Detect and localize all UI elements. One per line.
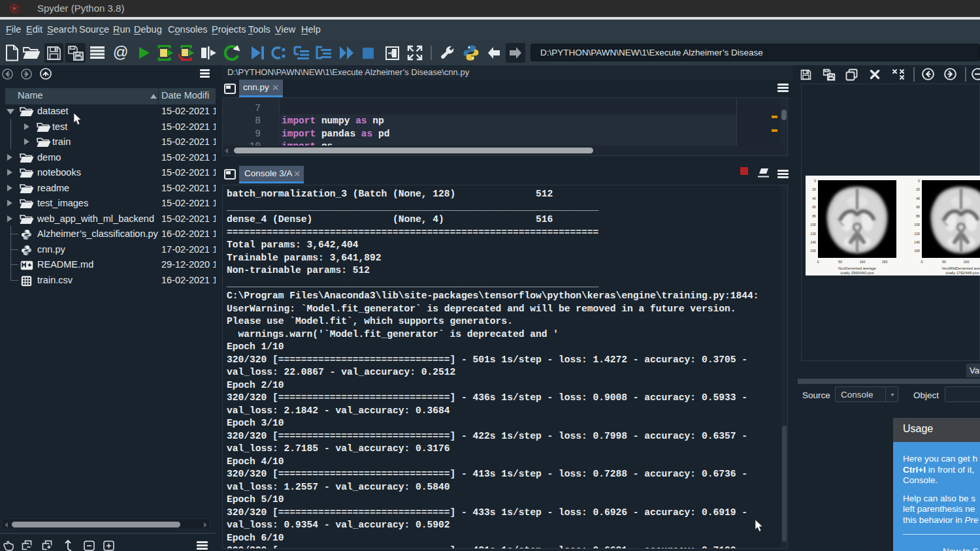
svg-text:20: 20 — [812, 187, 816, 191]
svg-text:150: 150 — [882, 260, 888, 264]
svg-text:totally 1792/448 pics: totally 1792/448 pics — [946, 271, 979, 275]
svg-text:120: 120 — [810, 232, 816, 236]
svg-text:100: 100 — [810, 223, 816, 227]
svg-text:140: 140 — [810, 240, 816, 244]
svg-text:totally 2560/640 pics: totally 2560/640 pics — [841, 271, 874, 275]
svg-text:VeryMildDemented avera: VeryMildDemented avera — [942, 266, 980, 270]
svg-text:100: 100 — [860, 260, 866, 264]
svg-text:0: 0 — [814, 179, 816, 183]
svg-text:20: 20 — [916, 187, 920, 191]
svg-text:40: 40 — [916, 197, 920, 200]
svg-text:80: 80 — [916, 214, 920, 218]
svg-text:100: 100 — [964, 260, 970, 264]
svg-text:80: 80 — [812, 214, 816, 218]
svg-text:100: 100 — [914, 223, 920, 227]
svg-text:0: 0 — [817, 260, 819, 264]
svg-text:50: 50 — [942, 260, 946, 264]
svg-text:60: 60 — [812, 205, 816, 209]
svg-text:60: 60 — [916, 205, 920, 209]
svg-text:160: 160 — [810, 249, 816, 253]
svg-text:140: 140 — [914, 240, 920, 244]
svg-text:0: 0 — [921, 260, 923, 264]
svg-text:40: 40 — [812, 197, 816, 200]
svg-text:0: 0 — [918, 179, 920, 183]
svg-text:NonDemented average: NonDemented average — [838, 266, 876, 270]
svg-text:160: 160 — [914, 249, 920, 253]
svg-text:120: 120 — [914, 232, 920, 236]
svg-text:50: 50 — [838, 260, 842, 264]
